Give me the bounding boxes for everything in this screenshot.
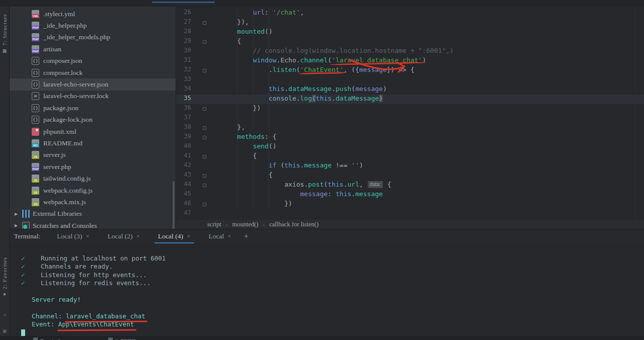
line-number[interactable]: 41 xyxy=(176,152,191,159)
code-line[interactable]: 47 xyxy=(176,209,644,219)
tree-item-label: composer.lock xyxy=(43,69,83,77)
fold-marker-icon[interactable] xyxy=(203,69,206,72)
expand-arrow-icon[interactable]: ▶ xyxy=(13,212,19,216)
tree-item[interactable]: PHPserver.php xyxy=(10,161,176,173)
line-number[interactable]: 44 xyxy=(176,181,191,188)
line-number[interactable]: 32 xyxy=(176,66,191,73)
breadcrumb-item-mounted[interactable]: mounted() xyxy=(232,221,258,228)
line-number[interactable]: 47 xyxy=(176,209,191,216)
terminal-output[interactable]: ✓Running at localhost on port 6001✓Chann… xyxy=(10,243,644,336)
tree-item[interactable]: MDREADME.md xyxy=(10,137,176,149)
new-terminal-tab-button[interactable]: + xyxy=(244,232,249,240)
line-number[interactable]: 35 xyxy=(176,95,191,102)
line-number[interactable]: 42 xyxy=(176,161,191,168)
line-number[interactable]: 33 xyxy=(176,75,191,82)
code-line[interactable]: 35 console.log(this.dataMessage) xyxy=(176,95,644,104)
stripe-item-structure[interactable]: 7: Structure ▦ xyxy=(0,14,9,53)
code-line[interactable]: 44 axios.post(this.url, data: { xyxy=(176,181,644,190)
line-number[interactable]: 27 xyxy=(176,18,191,25)
code-line[interactable]: 41 { xyxy=(176,152,644,161)
tree-scrollbar[interactable] xyxy=(173,181,175,229)
tree-item[interactable]: {}composer.lock xyxy=(10,67,176,78)
code-line[interactable]: 37 xyxy=(176,114,644,123)
line-number[interactable]: 36 xyxy=(176,104,191,111)
code-line[interactable]: 45 message: this.message xyxy=(176,190,644,200)
line-number[interactable]: 38 xyxy=(176,123,191,130)
line-number[interactable]: 37 xyxy=(176,114,191,121)
fold-marker-icon[interactable] xyxy=(203,126,206,130)
expand-arrow-icon[interactable]: ▶ xyxy=(13,223,19,228)
fold-marker-icon[interactable] xyxy=(203,184,206,187)
code-line[interactable]: 43 { xyxy=(176,171,644,181)
close-tab-icon[interactable]: ✕ xyxy=(86,234,90,239)
close-tab-icon[interactable]: ✕ xyxy=(227,234,231,239)
tree-item[interactable]: ▶External Libraries xyxy=(10,208,176,220)
code-line[interactable]: 42 if (this.message !== '') xyxy=(176,161,644,171)
line-number[interactable]: 28 xyxy=(176,28,191,35)
fold-marker-icon[interactable] xyxy=(203,107,206,111)
tree-item[interactable]: ▶Scratches and Consoles xyxy=(10,220,176,229)
terminal-line: Event: App\Events\ChatEvent xyxy=(32,320,644,328)
code-line[interactable]: 33 xyxy=(176,75,644,85)
fold-marker-icon[interactable] xyxy=(203,203,206,206)
tree-item[interactable]: phpunit.xml xyxy=(10,126,176,137)
line-number[interactable]: 46 xyxy=(176,200,191,207)
tree-item[interactable]: JSwebpack.mix.js xyxy=(10,196,176,208)
fold-marker-icon[interactable] xyxy=(203,40,206,44)
tree-item[interactable]: {}laravel-echo-server.json xyxy=(10,78,176,90)
terminal-tab[interactable]: Local (4)✕ xyxy=(156,229,192,243)
tree-item[interactable]: {}composer.json xyxy=(10,55,176,67)
tree-item[interactable]: PHP_ide_helper_models.php xyxy=(10,32,176,43)
code-line[interactable]: 40 send() xyxy=(176,142,644,152)
line-number[interactable]: 39 xyxy=(176,133,191,140)
tree-item[interactable]: ≡laravel-echo-server.lock xyxy=(10,91,176,102)
line-number[interactable]: 43 xyxy=(176,171,191,178)
code-token xyxy=(221,190,300,198)
code-line[interactable]: 30 // console.log(window.location.hostna… xyxy=(176,47,644,56)
fold-marker-icon[interactable] xyxy=(203,155,206,158)
stripe-item-toolwindow[interactable]: ▣ xyxy=(0,328,9,333)
code-editor[interactable]: 2526 url: '/chat',27 }),28 mounted()29 {… xyxy=(176,7,644,220)
tree-item[interactable]: {}package.json xyxy=(10,102,176,114)
code-line[interactable]: 32 .listen('ChatEvent', ({message}) => { xyxy=(176,66,644,75)
fold-marker-icon[interactable] xyxy=(203,21,206,25)
code-line[interactable]: 26 url: '/chat', xyxy=(176,9,644,18)
terminal-tab[interactable]: Local (3)✕ xyxy=(55,229,91,243)
code-line[interactable]: 38 }, xyxy=(176,123,644,133)
toolbar-item-todo[interactable]: 6: TODO xyxy=(108,337,136,340)
code-line[interactable]: 39 methods: { xyxy=(176,133,644,142)
line-number[interactable]: 31 xyxy=(176,56,191,63)
line-number[interactable]: 34 xyxy=(176,85,191,92)
close-tab-icon[interactable]: ✕ xyxy=(136,234,140,239)
code-line[interactable]: 29 { xyxy=(176,37,644,47)
code-line[interactable]: 34 this.dataMessage.push(message) xyxy=(176,85,644,95)
breadcrumb-item-callback[interactable]: callback for listen() xyxy=(269,221,318,228)
line-number[interactable]: 40 xyxy=(176,142,191,149)
close-tab-icon[interactable]: ✕ xyxy=(187,234,191,239)
stripe-item-menu[interactable]: ≡ xyxy=(0,312,9,317)
fold-marker-icon[interactable] xyxy=(203,174,206,178)
stripe-item-favorites[interactable]: 2: Favorites ★ xyxy=(0,257,9,297)
line-number[interactable]: 29 xyxy=(176,37,191,44)
line-number[interactable]: 26 xyxy=(176,9,191,16)
tree-item[interactable]: JSwebpack.config.js xyxy=(10,185,176,196)
line-number[interactable]: 45 xyxy=(176,190,191,197)
code-line[interactable]: 27 }), xyxy=(176,18,644,28)
json-file-icon: {} xyxy=(32,104,39,112)
tree-item[interactable]: YML.styleci.yml xyxy=(10,8,176,20)
fold-marker-icon[interactable] xyxy=(203,136,206,139)
code-line[interactable]: 46 }) xyxy=(176,200,644,209)
tree-item[interactable]: {}package-lock.json xyxy=(10,114,176,126)
line-number[interactable]: 30 xyxy=(176,47,191,54)
code-line[interactable]: 36 }) xyxy=(176,104,644,114)
code-line[interactable]: 28 mounted() xyxy=(176,28,644,37)
tree-item[interactable]: PHPartisan xyxy=(10,43,176,55)
tree-item[interactable]: PHP_ide_helper.php xyxy=(10,20,176,31)
code-line[interactable]: 31 window.Echo.channel('laravel_database… xyxy=(176,56,644,66)
breadcrumb-item-script[interactable]: script xyxy=(207,221,221,228)
terminal-tab[interactable]: Local (2)✕ xyxy=(106,229,141,243)
toolbar-item-terminal[interactable]: Terminal xyxy=(33,337,60,340)
tree-item[interactable]: JStailwind.config.js xyxy=(10,173,176,184)
tree-item[interactable]: JSserver.js xyxy=(10,149,176,161)
terminal-tab[interactable]: Local✕ xyxy=(207,229,233,243)
